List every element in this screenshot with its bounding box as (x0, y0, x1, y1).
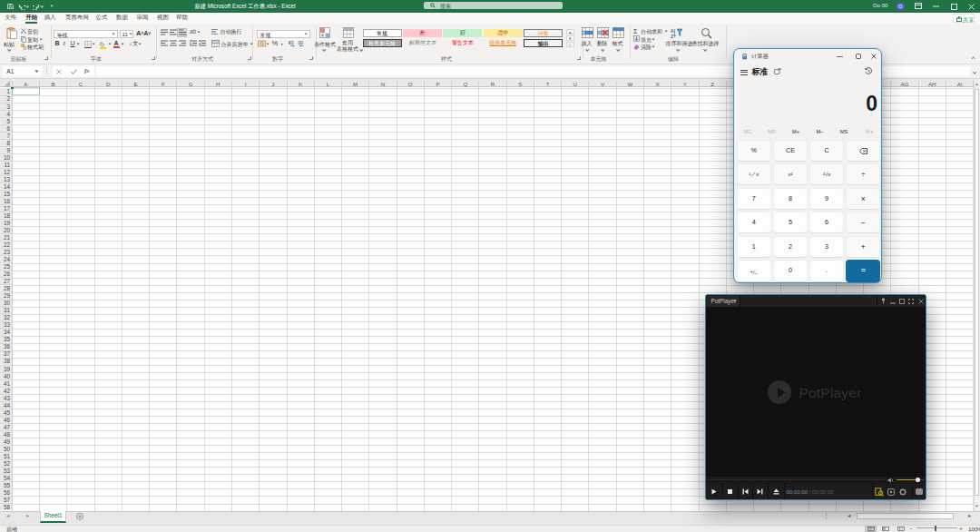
svg-text:42: 42 (4, 387, 11, 393)
svg-text:5: 5 (7, 117, 11, 123)
svg-text:18: 18 (4, 212, 11, 219)
svg-text:35: 35 (4, 336, 11, 342)
svg-text:8: 8 (7, 139, 11, 145)
svg-text:14: 14 (4, 183, 11, 190)
svg-text:16: 16 (4, 198, 11, 204)
svg-text:12: 12 (4, 169, 11, 175)
svg-text:47: 47 (4, 424, 11, 430)
svg-text:20: 20 (4, 227, 11, 233)
svg-text:A: A (671, 27, 674, 33)
svg-text:9: 9 (7, 146, 11, 153)
svg-text:31: 31 (4, 307, 11, 313)
svg-text:13: 13 (4, 176, 11, 182)
svg-text:58: 58 (4, 504, 11, 510)
svg-text:27: 27 (4, 278, 11, 284)
svg-text:33: 33 (4, 321, 11, 328)
svg-text:57: 57 (4, 497, 11, 503)
svg-text:23: 23 (4, 249, 11, 255)
svg-text:29: 29 (4, 292, 11, 299)
svg-text:10: 10 (4, 154, 11, 161)
svg-text:54: 54 (4, 475, 11, 481)
svg-text:37: 37 (4, 350, 11, 357)
svg-text:45: 45 (4, 409, 11, 415)
svg-text:49: 49 (4, 438, 11, 445)
svg-text:21: 21 (4, 234, 11, 241)
svg-text:6: 6 (7, 124, 11, 131)
svg-text:55: 55 (4, 482, 11, 488)
svg-text:15: 15 (4, 191, 11, 197)
svg-text:2: 2 (7, 95, 11, 102)
svg-text:44: 44 (4, 401, 11, 408)
svg-text:40: 40 (4, 372, 11, 379)
svg-text:3: 3 (7, 103, 11, 109)
svg-text:41: 41 (4, 379, 11, 386)
svg-text:46: 46 (4, 417, 11, 423)
svg-text:50: 50 (4, 446, 11, 452)
svg-text:56: 56 (4, 489, 11, 496)
svg-text:53: 53 (4, 468, 11, 474)
svg-text:30: 30 (4, 300, 11, 306)
svg-text:34: 34 (4, 329, 11, 335)
svg-text:38: 38 (4, 358, 11, 364)
svg-text:51: 51 (4, 453, 11, 459)
svg-text:43: 43 (4, 394, 11, 400)
svg-text:52: 52 (4, 460, 11, 467)
svg-text:24: 24 (4, 256, 11, 262)
svg-text:19: 19 (4, 220, 11, 226)
svg-text:7: 7 (7, 132, 11, 138)
svg-text:36: 36 (4, 343, 11, 350)
svg-text:17: 17 (4, 205, 11, 212)
svg-text:39: 39 (4, 365, 11, 371)
svg-text:1: 1 (7, 88, 11, 94)
svg-text:26: 26 (4, 271, 11, 277)
svg-text:Z: Z (671, 34, 674, 39)
svg-text:€0: €0 (289, 40, 294, 45)
svg-text:11: 11 (4, 162, 10, 168)
svg-text:22: 22 (4, 241, 11, 248)
svg-text:28: 28 (4, 285, 11, 291)
svg-text:32: 32 (4, 314, 11, 320)
svg-text:48: 48 (4, 431, 11, 438)
svg-text:00: 00 (299, 40, 304, 45)
svg-text:25: 25 (4, 263, 11, 270)
svg-text:4: 4 (7, 110, 11, 116)
